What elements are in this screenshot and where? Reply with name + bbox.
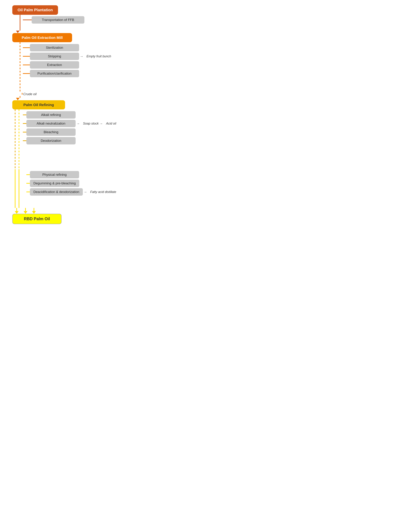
- oil-palm-node: Oil Palm Plantation: [12, 5, 58, 15]
- arrow-rbd-r2: [32, 208, 36, 214]
- vline-rbd-r2: [33, 208, 34, 211]
- hline-phys-1: [26, 174, 30, 175]
- degumming-label: Degumming & pre-bleaching: [33, 181, 76, 185]
- vline-physical-right: [19, 169, 19, 208]
- physical-steps-container: Physical refining Degumming & pre-bleach…: [26, 169, 116, 196]
- arrow-down-rbd-r2: [32, 211, 36, 214]
- hline-mill-1: [23, 47, 30, 48]
- mill-node: Palm Oil Extraction Mill: [12, 33, 72, 42]
- hline-alkali-2: [23, 123, 26, 124]
- vline-refining-right: [19, 109, 19, 169]
- arrow-acid: →: [99, 122, 103, 126]
- deacidification-label: Deacidification & deodorization: [33, 190, 79, 194]
- refining-node: Palm Oil Refining: [12, 100, 65, 109]
- acid-oil-label: Acid oil: [106, 122, 116, 125]
- vline-mill-dashed: [20, 42, 20, 91]
- refining-box: Palm Oil Refining: [12, 100, 65, 109]
- rbd-label: RBD Palm Oil: [24, 217, 50, 221]
- mill-label: Palm Oil Extraction Mill: [22, 35, 63, 40]
- arrow-down-rbd-left: [15, 211, 19, 214]
- oil-palm-label: Oil Palm Plantation: [17, 8, 53, 12]
- extraction-label: Extraction: [47, 63, 62, 67]
- rbd-box: RBD Palm Oil: [12, 214, 62, 224]
- hline-mill-4: [23, 73, 30, 74]
- purification-box: Purification/clarification: [30, 70, 79, 77]
- arrow-efb: →: [80, 54, 83, 58]
- alkali-steps-container: Alkali refining Alkali neutralization → …: [23, 109, 116, 144]
- efb-label: Empty fruit bunch: [87, 55, 111, 58]
- crude-oil-label: Crude oil: [23, 92, 37, 96]
- arrow-to-refining: [16, 98, 19, 100]
- vline-refining-left: [15, 109, 16, 169]
- physical-refining-box: Physical refining: [30, 171, 79, 178]
- fatty-acid-label: Fatty acid distillate: [90, 190, 116, 194]
- physical-refining-label: Physical refining: [42, 173, 67, 177]
- vline-1: [20, 15, 20, 20]
- soap-stock-label: Soap stock: [83, 122, 99, 125]
- hline-mill-2: [23, 56, 30, 57]
- bleaching-box: Bleaching: [26, 128, 76, 136]
- stripping-box: Stripping: [30, 53, 79, 60]
- deacidification-box: Deacidification & deodorization: [30, 188, 83, 196]
- mill-steps-container: Sterilization Stripping → Empty fruit bu…: [23, 42, 111, 77]
- mill-box: Palm Oil Extraction Mill: [12, 33, 72, 42]
- alkali-refining-label: Alkali refining: [41, 113, 61, 117]
- hline-transport: [23, 19, 32, 20]
- arrows-rbd-right: [24, 208, 36, 214]
- bleaching-label: Bleaching: [44, 130, 58, 134]
- diagram: Oil Palm Plantation Transportation of FF…: [10, 5, 162, 224]
- sterilization-box: Sterilization: [30, 44, 79, 51]
- deodorization-label: Deodorization: [40, 139, 61, 143]
- arrow-soap: →: [76, 122, 80, 126]
- purification-label: Purification/clarification: [37, 72, 72, 75]
- deodorization-box: Deodorization: [26, 137, 76, 144]
- oil-palm-box: Oil Palm Plantation: [12, 5, 58, 15]
- vline-crude: [20, 96, 20, 98]
- transportation-box: Transportation of FFB: [32, 16, 84, 24]
- arrow-fatty: →: [83, 190, 87, 194]
- alkali-neutralization-box: Alkali neutralization: [26, 120, 76, 127]
- arrow-rbd-left: [15, 208, 19, 214]
- vline-physical-left: [15, 169, 16, 208]
- sterilization-label: Sterilization: [46, 46, 63, 50]
- stripping-label: Stripping: [48, 54, 61, 58]
- arrow-down-rbd-r1: [24, 211, 27, 214]
- arrow-rbd-r1: [24, 208, 27, 214]
- hline-alkali-3: [23, 132, 26, 132]
- hline-alkali-1: [23, 114, 26, 115]
- vline-crude-top: [22, 93, 23, 95]
- alkali-refining-box: Alkali refining: [26, 111, 76, 119]
- vline-2: [20, 20, 20, 31]
- transportation-label: Transportation of FFB: [42, 18, 74, 22]
- refining-label: Palm Oil Refining: [23, 103, 54, 107]
- hline-alkali-4: [23, 140, 26, 141]
- hline-mill-3: [23, 65, 30, 65]
- vline-rbd-left: [16, 208, 17, 211]
- arrow-to-mill: [16, 31, 19, 33]
- rbd-node: RBD Palm Oil: [12, 214, 62, 224]
- hline-phys-3: [26, 192, 30, 192]
- alkali-neutralization-label: Alkali neutralization: [37, 122, 65, 125]
- vline-rbd-r1: [25, 208, 26, 211]
- transport-branch: Transportation of FFB: [23, 15, 84, 24]
- extraction-box: Extraction: [30, 61, 79, 69]
- degumming-box: Degumming & pre-bleaching: [30, 180, 79, 187]
- hline-phys-2: [26, 183, 30, 184]
